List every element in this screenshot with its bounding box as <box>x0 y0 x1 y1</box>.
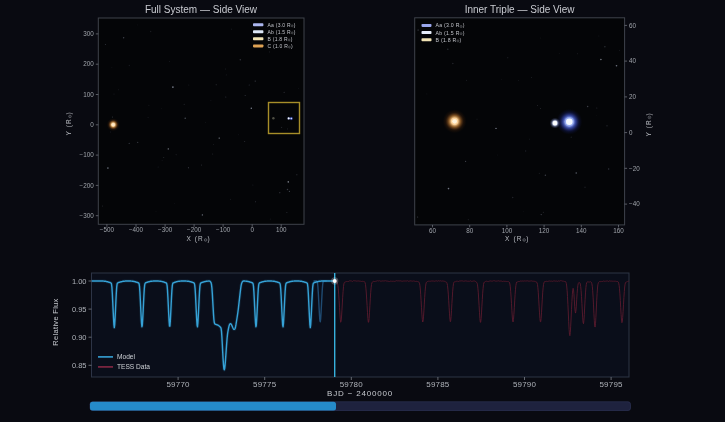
svg-text:60: 60 <box>429 227 437 234</box>
svg-text:59780: 59780 <box>340 380 364 389</box>
svg-text:): ) <box>65 111 73 114</box>
svg-text:B (1.8 R: B (1.8 R <box>436 37 457 43</box>
svg-text:100: 100 <box>276 226 287 233</box>
svg-text:0.85: 0.85 <box>72 361 87 370</box>
svg-text:): ) <box>463 22 465 28</box>
svg-text:140: 140 <box>576 227 587 234</box>
svg-text:−300: −300 <box>80 212 95 219</box>
svg-text:−400: −400 <box>129 226 144 233</box>
svg-text:0.95: 0.95 <box>72 305 87 314</box>
svg-text:0: 0 <box>90 121 94 128</box>
svg-text:59785: 59785 <box>426 380 450 389</box>
svg-text:BJD − 2400000: BJD − 2400000 <box>327 389 393 398</box>
svg-text:100: 100 <box>83 91 94 98</box>
svg-text:−100: −100 <box>80 151 95 158</box>
svg-text:Aa (3.0 R: Aa (3.0 R <box>268 22 292 28</box>
svg-text:): ) <box>526 235 529 243</box>
svg-text:Ab (1.5 R: Ab (1.5 R <box>268 29 292 35</box>
svg-text:−40: −40 <box>629 200 640 207</box>
svg-text:B (1.8 R: B (1.8 R <box>268 36 288 42</box>
svg-text:Y (R: Y (R <box>645 119 653 136</box>
svg-text:200: 200 <box>83 60 94 67</box>
svg-text:−300: −300 <box>158 226 173 233</box>
svg-text:20: 20 <box>629 93 637 100</box>
svg-text:C (1.0 R: C (1.0 R <box>268 43 289 49</box>
svg-text:): ) <box>291 36 293 42</box>
svg-text:0: 0 <box>250 226 254 233</box>
svg-text:120: 120 <box>539 227 550 234</box>
svg-text:−200: −200 <box>187 226 202 233</box>
svg-text:59795: 59795 <box>599 380 623 389</box>
svg-text:59775: 59775 <box>253 380 277 389</box>
svg-text:0.90: 0.90 <box>72 333 87 342</box>
svg-text:): ) <box>459 37 461 43</box>
svg-text:): ) <box>645 112 653 115</box>
svg-text:−200: −200 <box>80 182 95 189</box>
svg-text:−100: −100 <box>216 226 231 233</box>
svg-text:Aa (3.0 R: Aa (3.0 R <box>436 22 460 28</box>
svg-text:Ab (1.5 R: Ab (1.5 R <box>436 30 460 36</box>
svg-text:1.00: 1.00 <box>72 277 87 286</box>
svg-text:100: 100 <box>502 227 513 234</box>
svg-text:−20: −20 <box>629 165 640 172</box>
svg-text:Inner Triple — Side View: Inner Triple — Side View <box>465 4 576 15</box>
svg-text:60: 60 <box>629 22 637 29</box>
svg-text:40: 40 <box>629 57 637 64</box>
svg-text:80: 80 <box>466 227 474 234</box>
svg-text:): ) <box>294 22 296 28</box>
svg-text:Model: Model <box>117 353 135 360</box>
svg-text:TESS Data: TESS Data <box>117 363 150 370</box>
svg-text:Full System — Side View: Full System — Side View <box>145 4 258 15</box>
svg-text:): ) <box>208 235 211 243</box>
svg-text:X (R: X (R <box>505 235 522 243</box>
svg-text:−500: −500 <box>100 226 115 233</box>
svg-text:): ) <box>291 43 293 49</box>
svg-text:Y (R: Y (R <box>65 118 73 135</box>
svg-text:300: 300 <box>83 30 94 37</box>
svg-text:59790: 59790 <box>513 380 537 389</box>
svg-text:Relative Flux: Relative Flux <box>51 298 60 345</box>
svg-text:0: 0 <box>629 129 633 136</box>
svg-text:X (R: X (R <box>187 235 204 243</box>
svg-text:59770: 59770 <box>166 380 190 389</box>
svg-text:160: 160 <box>613 227 624 234</box>
svg-text:): ) <box>463 30 465 36</box>
svg-text:): ) <box>294 29 296 35</box>
